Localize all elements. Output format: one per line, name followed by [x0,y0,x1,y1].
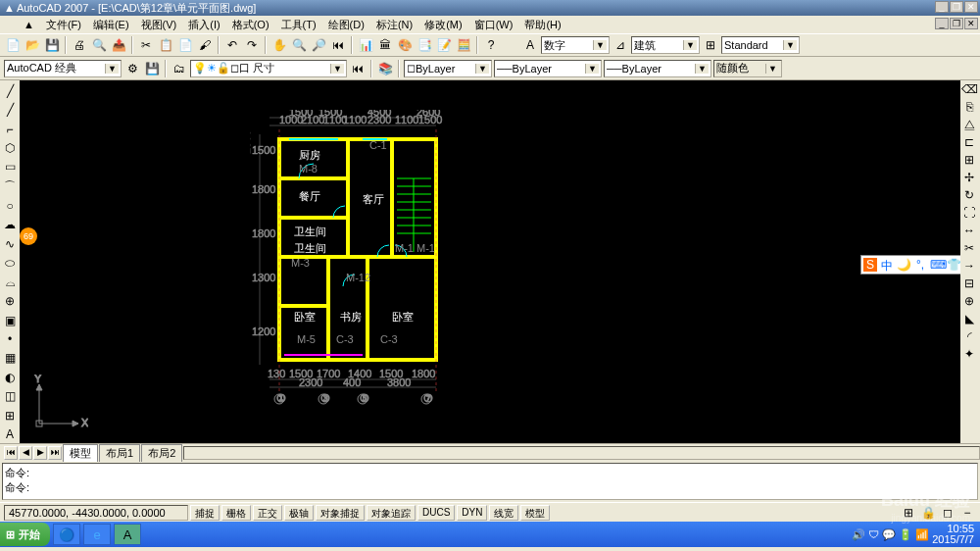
zoom-prev-button[interactable]: ⏮ [329,36,347,54]
offset-tool[interactable]: ⊏ [960,133,978,151]
minimize-button[interactable]: _ [935,1,949,13]
snap-toggle[interactable]: 捕捉 [190,505,220,521]
menu-help[interactable]: 帮助(H) [518,16,566,34]
arc-tool[interactable]: ⌒ [1,177,19,195]
ducs-toggle[interactable]: DUCS [417,505,455,521]
tray-icon-3[interactable]: 💬 [882,528,896,541]
break-tool[interactable]: ⊟ [960,275,978,292]
tab-prev-button[interactable]: ◀ [19,446,32,460]
rectangle-tool[interactable]: ▭ [1,159,19,175]
workspace-settings-button[interactable]: ⚙ [123,60,141,77]
menu-window[interactable]: 窗口(W) [468,16,519,34]
taskbar-app1[interactable]: 🔵 [53,524,80,545]
polyline-tool[interactable]: ⌐ [1,121,19,137]
xline-tool[interactable]: ╱ [1,101,19,118]
cut-button[interactable]: ✂ [137,36,155,54]
scale-tool[interactable]: ⛶ [960,204,978,222]
copy-tool[interactable]: ⎘ [960,98,978,116]
close-button[interactable]: ✕ [964,1,978,13]
layer-combo[interactable]: 💡☀🔓◻ 口 尺寸▼ [190,60,347,77]
calc-button[interactable]: 🧮 [455,36,472,54]
menu-view[interactable]: 视图(V) [135,16,183,34]
ime-lang[interactable]: 中 [880,258,894,272]
mdi-minimize-button[interactable]: _ [935,18,949,29]
plotstyle-combo[interactable]: 随颜色▼ [713,60,782,77]
polygon-tool[interactable]: ⬡ [1,139,19,156]
system-clock[interactable]: 10:552015/7/7 [932,524,974,545]
zoom-button[interactable]: 🔍 [290,36,308,54]
tray-icon-4[interactable]: 🔋 [899,528,912,541]
extend-tool[interactable]: → [960,257,978,275]
table-tool[interactable]: ⊞ [1,407,19,424]
textstyle-icon[interactable]: A [521,36,539,54]
tray-icon-1[interactable]: 🔊 [852,528,865,541]
gradient-tool[interactable]: ◐ [1,369,19,385]
taskbar-autocad[interactable]: A [114,524,141,545]
ime-skin-icon[interactable]: 👕 [947,258,960,272]
mdi-restore-button[interactable]: ❐ [950,18,963,29]
join-tool[interactable]: ⊕ [960,292,978,310]
app-menu-icon[interactable]: ▲ [18,17,40,32]
markup-button[interactable]: 📝 [435,36,453,54]
tab-first-button[interactable]: ⏮ [4,446,18,460]
table-style-combo[interactable]: Standard▼ [721,36,800,54]
revcloud-tool[interactable]: ☁ [1,217,19,233]
point-tool[interactable]: • [1,330,19,347]
tab-layout1[interactable]: 布局1 [99,444,140,462]
print-button[interactable]: 🖨 [71,36,88,54]
menu-edit[interactable]: 编辑(E) [87,16,135,34]
mirror-tool[interactable]: ⧋ [960,116,978,133]
hatch-tool[interactable]: ▦ [1,350,19,367]
drawing-canvas[interactable]: 69 1500150045002600 10002100110011002300… [20,80,980,443]
layer-state-button[interactable]: 📚 [376,60,394,77]
zoom-window-button[interactable]: 🔎 [310,36,327,54]
ellipse-arc-tool[interactable]: ⌓ [1,274,19,290]
stretch-tool[interactable]: ↔ [960,222,978,239]
restore-button[interactable]: ❐ [950,1,963,13]
dim-style-combo[interactable]: 建筑▼ [631,36,700,54]
pan-button[interactable]: ✋ [270,36,288,54]
horizontal-scrollbar[interactable] [183,446,980,460]
layer-prev-button[interactable]: ⏮ [349,60,367,77]
match-button[interactable]: 🖌 [196,36,214,54]
trim-tool[interactable]: ✂ [960,239,978,257]
undo-button[interactable]: ↶ [223,36,241,54]
tab-next-button[interactable]: ▶ [33,446,47,460]
menu-modify[interactable]: 修改(M) [418,16,468,34]
dimstyle-icon[interactable]: ⊿ [612,36,629,54]
tab-layout2[interactable]: 布局2 [141,444,182,462]
tab-last-button[interactable]: ⏭ [48,446,62,460]
tab-model[interactable]: 模型 [63,444,98,462]
publish-button[interactable]: 📤 [110,36,127,54]
lwt-toggle[interactable]: 线宽 [489,505,518,521]
chamfer-tool[interactable]: ◣ [960,310,978,327]
help-button[interactable]: ? [482,36,500,54]
ime-keyboard-icon[interactable]: ⌨ [930,258,944,272]
region-tool[interactable]: ◫ [1,388,19,405]
tray-icon-2[interactable]: 🛡 [868,528,879,540]
ime-icon[interactable]: S [863,258,877,272]
grid-toggle[interactable]: 栅格 [221,505,251,521]
insert-block-tool[interactable]: ⊕ [1,292,19,309]
workspace-save-button[interactable]: 💾 [143,60,161,77]
ime-punct-icon[interactable]: °, [913,258,927,272]
text-style-combo[interactable]: 数字▼ [541,36,610,54]
command-input[interactable] [29,482,975,494]
open-button[interactable]: 📂 [24,36,41,54]
polar-toggle[interactable]: 极轴 [284,505,314,521]
model-toggle[interactable]: 模型 [520,505,550,521]
circle-tool[interactable]: ○ [1,197,19,214]
menu-draw[interactable]: 绘图(D) [322,16,370,34]
osnap-toggle[interactable]: 对象捕捉 [316,505,365,521]
menu-file[interactable]: 文件(F) [40,16,87,34]
make-block-tool[interactable]: ▣ [1,312,19,328]
notification-badge[interactable]: 69 [20,227,37,245]
tray-icon-5[interactable]: 📶 [915,528,929,541]
rotate-tool[interactable]: ↻ [960,186,978,204]
new-button[interactable]: 📄 [4,36,22,54]
dyn-toggle[interactable]: DYN [457,505,487,521]
paste-button[interactable]: 📄 [176,36,194,54]
taskbar-ie[interactable]: e [83,524,111,545]
layer-manager-button[interactable]: 🗂 [171,60,188,77]
ellipse-tool[interactable]: ⬭ [1,255,19,272]
